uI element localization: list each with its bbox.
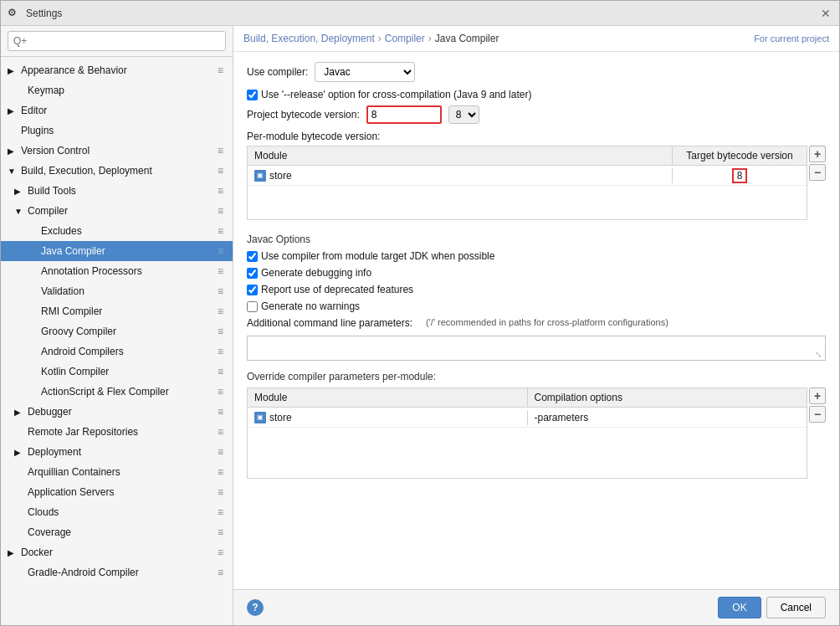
sidebar-item-label: Keymap — [28, 85, 64, 96]
additional-params-row: Additional command line parameters: ('/'… — [247, 317, 826, 329]
additional-params-textarea[interactable] — [248, 336, 825, 360]
bytecode-dropdown[interactable]: 8 — [448, 105, 479, 124]
gear-icon: ≡ — [218, 245, 229, 257]
search-input[interactable] — [8, 31, 226, 51]
sidebar-item-android-compilers[interactable]: Android Compilers ≡ — [1, 341, 233, 362]
sidebar-item-label: ActionScript & Flex Compiler — [41, 386, 169, 398]
remove-override-button[interactable]: − — [809, 406, 826, 423]
sidebar-item-app-servers[interactable]: Application Servers ≡ — [1, 482, 233, 502]
sidebar-item-coverage[interactable]: Coverage ≡ — [1, 522, 233, 542]
sidebar-item-rmi-compiler[interactable]: RMI Compiler ≡ — [1, 301, 233, 321]
sidebar-item-label: Coverage — [28, 526, 71, 538]
gear-icon: ≡ — [218, 466, 229, 478]
settings-window: ⚙ Settings ✕ ▶ Appearance & Behavior ≡ K… — [0, 0, 840, 626]
bytecode-version-input[interactable] — [366, 105, 442, 124]
sidebar-item-plugins[interactable]: Plugins — [1, 121, 233, 141]
gear-icon: ≡ — [218, 285, 229, 297]
sidebar-item-editor[interactable]: ▶ Editor — [1, 100, 233, 121]
sidebar-item-deployment[interactable]: ▶ Deployment ≡ — [1, 442, 233, 462]
option-checkbox-4[interactable] — [247, 301, 258, 312]
gear-icon: ≡ — [218, 526, 229, 538]
option-checkbox-1[interactable] — [247, 251, 258, 262]
compiler-select[interactable]: Javac Eclipse Ajc — [315, 62, 415, 82]
table-row: ▣ store 8 — [248, 166, 807, 186]
module-icon: ▣ — [254, 170, 266, 182]
ok-button[interactable]: OK — [718, 597, 761, 618]
gear-icon: ≡ — [218, 346, 229, 357]
sidebar-item-label: Arquillian Containers — [28, 466, 120, 478]
cancel-button[interactable]: Cancel — [766, 597, 826, 618]
sidebar-item-compiler[interactable]: ▼ Compiler ≡ — [1, 201, 233, 221]
close-button[interactable]: ✕ — [819, 7, 832, 20]
resize-handle[interactable]: ⤡ — [815, 350, 823, 358]
sidebar-item-label: Remote Jar Repositories — [28, 426, 138, 438]
col-target-header: Target bytecode version — [673, 146, 807, 165]
bytecode-version-label: Project bytecode version: — [247, 109, 360, 121]
per-module-label-row: Per-module bytecode version: — [247, 131, 826, 142]
use-compiler-label: Use compiler: — [247, 66, 308, 78]
sidebar-item-clouds[interactable]: Clouds ≡ — [1, 502, 233, 522]
override-table-buttons: + − — [809, 387, 826, 423]
override-col-compilation-header: Compilation options — [528, 388, 807, 407]
gear-icon: ≡ — [218, 406, 229, 418]
breadcrumb-current: Java Compiler — [435, 33, 499, 44]
sidebar-item-annotation-processors[interactable]: Annotation Processors ≡ — [1, 261, 233, 281]
for-current-project-link[interactable]: For current project — [754, 33, 829, 44]
add-override-button[interactable]: + — [809, 387, 826, 404]
sidebar-item-kotlin-compiler[interactable]: Kotlin Compiler ≡ — [1, 362, 233, 382]
arrow-icon: ▼ — [14, 207, 28, 216]
breadcrumb-sep-2: › — [428, 33, 432, 44]
override-module-icon: ▣ — [254, 412, 266, 423]
option-checkbox-3[interactable] — [247, 285, 258, 295]
sidebar-item-docker[interactable]: ▶ Docker ≡ — [1, 542, 233, 562]
sidebar-item-label: Validation — [41, 285, 85, 297]
sidebar-item-excludes[interactable]: Excludes ≡ — [1, 221, 233, 241]
sidebar-item-label: Java Compiler — [41, 245, 105, 257]
sidebar-item-build-execution[interactable]: ▼ Build, Execution, Deployment ≡ — [1, 161, 233, 181]
arrow-icon: ▼ — [8, 167, 21, 176]
sidebar-item-version-control[interactable]: ▶ Version Control ≡ — [1, 141, 233, 161]
option-checkbox-2[interactable] — [247, 268, 258, 279]
sidebar-item-appearance[interactable]: ▶ Appearance & Behavior ≡ — [1, 60, 233, 80]
override-options-cell: -parameters — [528, 410, 807, 425]
sidebar-item-remote-jar[interactable]: Remote Jar Repositories ≡ — [1, 422, 233, 442]
override-section-title: Override compiler parameters per-module: — [247, 371, 826, 382]
breadcrumb-part-1[interactable]: Build, Execution, Deployment — [243, 33, 375, 44]
remove-module-button[interactable]: − — [809, 164, 826, 181]
add-module-button[interactable]: + — [809, 146, 826, 162]
table-action-buttons: + − — [809, 146, 826, 181]
sidebar-item-java-compiler[interactable]: Java Compiler ≡ — [1, 241, 233, 261]
sidebar-item-build-tools[interactable]: ▶ Build Tools ≡ — [1, 181, 233, 201]
override-options-value: -parameters — [535, 412, 589, 423]
sidebar-item-actionscript-compiler[interactable]: ActionScript & Flex Compiler ≡ — [1, 382, 233, 402]
sidebar-item-gradle-android[interactable]: Gradle-Android Compiler ≡ — [1, 562, 233, 582]
gear-icon: ≡ — [218, 185, 229, 197]
sidebar-item-arquillian[interactable]: Arquillian Containers ≡ — [1, 462, 233, 482]
sidebar-item-groovy-compiler[interactable]: Groovy Compiler ≡ — [1, 321, 233, 341]
sidebar-item-label: Plugins — [21, 125, 54, 136]
gear-icon: ≡ — [218, 225, 229, 237]
sidebar-tree: ▶ Appearance & Behavior ≡ Keymap ▶ Edito… — [1, 57, 233, 625]
arrow-icon: ▶ — [8, 106, 21, 115]
javac-options-title: Javac Options — [247, 233, 826, 245]
gear-icon: ≡ — [218, 145, 229, 156]
option-label-3: Report use of deprecated features — [261, 284, 413, 295]
breadcrumb-part-2[interactable]: Compiler — [385, 33, 425, 44]
gear-icon: ≡ — [218, 486, 229, 498]
additional-params-label: Additional command line parameters: — [247, 317, 412, 329]
override-module-cell: ▣ store — [248, 410, 528, 425]
override-module-name: store — [269, 412, 292, 423]
additional-params-note: ('/' recommended in paths for cross-plat… — [426, 317, 668, 327]
arrow-icon: ▶ — [14, 408, 28, 417]
sidebar-item-debugger[interactable]: ▶ Debugger ≡ — [1, 402, 233, 422]
cross-compile-checkbox[interactable] — [247, 90, 258, 100]
help-button[interactable]: ? — [247, 599, 264, 616]
gear-icon: ≡ — [218, 426, 229, 438]
title-bar-title: Settings — [26, 8, 819, 19]
sidebar-item-label: Version Control — [21, 145, 90, 156]
sidebar-item-validation[interactable]: Validation ≡ — [1, 281, 233, 301]
target-value: 8 — [732, 168, 748, 183]
sidebar-item-label: Excludes — [41, 225, 82, 237]
sidebar-item-keymap[interactable]: Keymap — [1, 80, 233, 100]
col-module-header: Module — [248, 146, 673, 165]
